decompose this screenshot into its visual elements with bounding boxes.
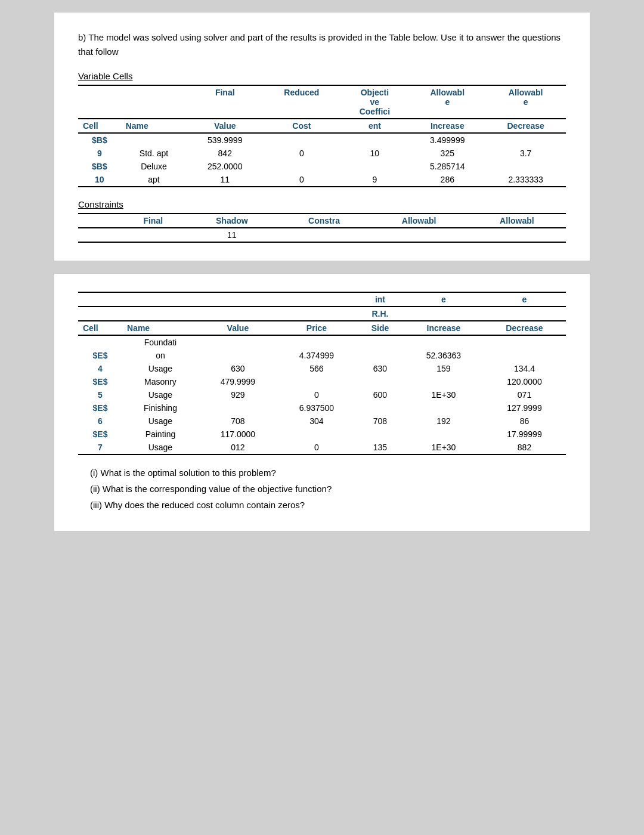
ch-cell [78, 214, 100, 228]
question-2: (ii) What is the corresponding value of … [78, 481, 566, 497]
c-price: 11 [185, 228, 278, 242]
ch-shadow: Shadow [185, 214, 278, 228]
c2-cell: 6 [78, 415, 122, 428]
c2-cell: $E$ [78, 349, 122, 362]
c2-value [199, 349, 277, 362]
c2-dec: 071 [483, 388, 566, 401]
c2-side [356, 375, 404, 388]
c2-inc [404, 375, 483, 388]
c2-cell: 5 [78, 388, 122, 401]
cell-obj [340, 133, 409, 147]
cell-obj: 9 [340, 173, 409, 187]
c2-value [199, 401, 277, 415]
c2-cell: 7 [78, 441, 122, 454]
ch2-name-label: Name [122, 321, 199, 335]
cell-value: 842 [187, 147, 263, 160]
c2-inc: 1E+30 [404, 388, 483, 401]
c-name [100, 228, 121, 242]
c2-value: 479.9999 [199, 375, 277, 388]
table-row: 10 apt 11 0 9 286 2.333333 [78, 173, 566, 187]
vh-cost-label: Cost [263, 119, 340, 133]
question-1: (i) What is the optimal solution to this… [78, 465, 566, 481]
question-3: (iii) Why does the reduced cost column c… [78, 497, 566, 513]
ch2-price2 [277, 307, 356, 321]
table-row: 7 Usage 012 0 135 1E+30 882 [78, 441, 566, 454]
c2-cell: $E$ [78, 375, 122, 388]
c2-cell: $E$ [78, 401, 122, 415]
c2-side [356, 401, 404, 415]
cell-inc: 3.499999 [409, 133, 485, 147]
vh-reduced: Reduced [263, 85, 340, 119]
ch-constra: Constra [278, 214, 370, 228]
c2-price: 304 [277, 415, 356, 428]
cell-value: 11 [187, 173, 263, 187]
c-rhs [278, 228, 370, 242]
c2-dec: 17.99999 [483, 428, 566, 441]
cell-reduced: 0 [263, 147, 340, 160]
c2-price: 4.374999 [277, 349, 356, 362]
table-row: $B$ 539.9999 3.499999 [78, 133, 566, 147]
vh-final: Final [187, 85, 263, 119]
ch-allowabl-dec: Allowabl [468, 214, 566, 228]
c2-side [356, 349, 404, 362]
vh-allowable-inc: Allowable [409, 85, 485, 119]
c2-inc: 159 [404, 362, 483, 375]
c2-value: 630 [199, 362, 277, 375]
constraints-table-full: int e e R.H. Cell Name Value Price Side … [78, 292, 566, 455]
c2-value: 012 [199, 441, 277, 454]
variable-cells-title: Variable Cells [78, 71, 566, 81]
cell-inc: 325 [409, 147, 485, 160]
c2-dec [483, 349, 566, 362]
c2-inc [404, 428, 483, 441]
c2-inc: 192 [404, 415, 483, 428]
table-row: $E$ Finishing 6.937500 127.9999 [78, 401, 566, 415]
c2-value: 929 [199, 388, 277, 401]
ch2-cell-label: Cell [78, 321, 122, 335]
c-dec [468, 228, 566, 242]
c2-side [356, 428, 404, 441]
c2-side: 135 [356, 441, 404, 454]
ch2-int: int [356, 292, 404, 307]
c2-price: 0 [277, 388, 356, 401]
cell-value: 539.9999 [187, 133, 263, 147]
c2-side [356, 335, 404, 349]
ch2-cell [78, 292, 122, 307]
ch-allowabl-inc: Allowabl [370, 214, 467, 228]
c2-name: Usage [122, 362, 199, 375]
ch2-name [122, 292, 199, 307]
c-cell [78, 228, 100, 242]
c2-price [277, 375, 356, 388]
ch2-cell2 [78, 307, 122, 321]
ch2-increase-label: Increase [404, 321, 483, 335]
constraints-table-top: Final Shadow Constra Allowabl Allowabl 1… [78, 213, 566, 243]
c2-side: 630 [356, 362, 404, 375]
table-row: Foundati [78, 335, 566, 349]
cell-reduced [263, 133, 340, 147]
c2-side: 708 [356, 415, 404, 428]
c2-cell: $E$ [78, 428, 122, 441]
vh-name [121, 85, 187, 119]
cell-obj [340, 160, 409, 173]
cell-dec [485, 160, 566, 173]
ch2-value [199, 292, 277, 307]
c2-price: 566 [277, 362, 356, 375]
intro-text: b) The model was solved using solver and… [78, 30, 566, 59]
c2-name: on [122, 349, 199, 362]
c2-value: 117.0000 [199, 428, 277, 441]
table-row: $E$ on 4.374999 52.36363 [78, 349, 566, 362]
ch2-name2 [122, 307, 199, 321]
c2-price [277, 335, 356, 349]
c2-cell [78, 335, 122, 349]
c2-price [277, 428, 356, 441]
cell-reduced [263, 160, 340, 173]
ch2-e4 [483, 307, 566, 321]
ch2-price [277, 292, 356, 307]
ch2-side-label: Side [356, 321, 404, 335]
table-row: 6 Usage 708 304 708 192 86 [78, 415, 566, 428]
cell-ref: 9 [78, 147, 121, 160]
table-row: $B$ Deluxe 252.0000 5.285714 [78, 160, 566, 173]
c2-dec: 882 [483, 441, 566, 454]
card-1: b) The model was solved using solver and… [54, 12, 590, 261]
c2-name: Finishing [122, 401, 199, 415]
c2-dec: 86 [483, 415, 566, 428]
